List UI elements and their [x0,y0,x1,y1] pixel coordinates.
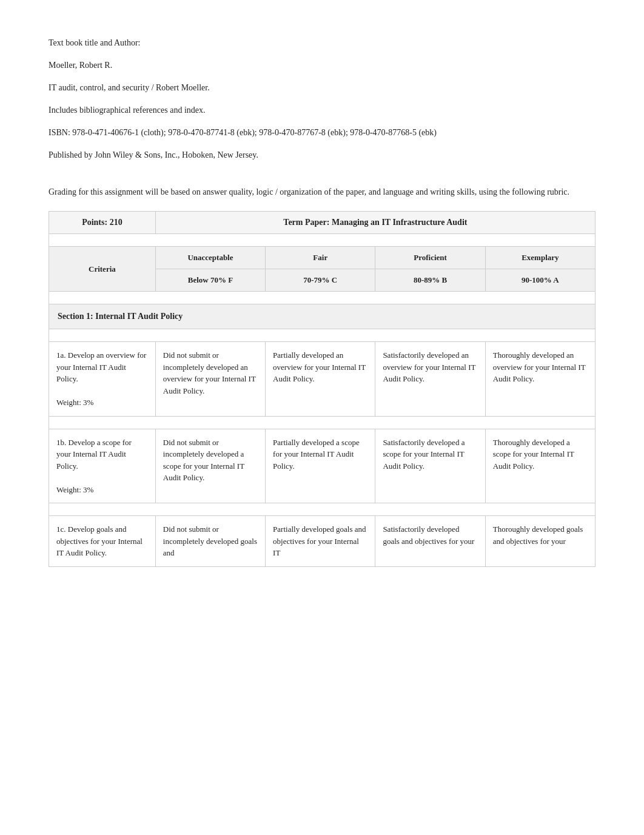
unacceptable-grade: Below 70% F [155,269,265,292]
unacceptable-1a: Did not submit or incompletely developed… [155,342,265,417]
textbook-label: Text book title and Author: [49,36,595,49]
table-row: 1a. Develop an overview for your Interna… [49,342,595,417]
exemplary-1a: Thoroughly developed an overview for you… [485,342,595,417]
includes-text: Includes bibliographical references and … [49,104,595,116]
table-row: 1b. Develop a scope for your Internal IT… [49,429,595,503]
points-cell: Points: 210 [49,212,156,234]
exemplary-1c: Thoroughly developed goals and objective… [485,516,595,567]
unacceptable-header: Unacceptable [155,247,265,269]
spacer-row-4 [49,416,595,429]
spacer-row-5 [49,503,595,516]
author-text: Moeller, Robert R. [49,59,595,72]
spacer-row-2 [49,292,595,304]
rubric-title-cell: Term Paper: Managing an IT Infrastructur… [155,212,595,234]
proficient-1a: Satisfactorily developed an overview for… [375,342,485,417]
section1-header: Section 1: Internal IT Audit Policy [49,304,595,329]
section1-header-row: Section 1: Internal IT Audit Policy [49,304,595,329]
table-row: 1c. Develop goals and objectives for you… [49,516,595,567]
proficient-1b: Satisfactorily developed a scope for you… [375,429,485,503]
criteria-header-row: Criteria Unacceptable Fair Proficient Ex… [49,247,595,269]
criteria-label-cell: Criteria [49,247,156,292]
book-title: IT audit, control, and security / Robert… [49,81,595,94]
unacceptable-1b: Did not submit or incompletely developed… [155,429,265,503]
fair-1c: Partially developed goals and objectives… [266,516,375,567]
exemplary-1b: Thoroughly developed a scope for your In… [485,429,595,503]
criteria-1a: 1a. Develop an overview for your Interna… [49,342,156,417]
proficient-grade: 80-89% B [375,269,485,292]
grading-intro: Grading for this assignment will be base… [49,186,595,199]
isbn-text: ISBN: 978-0-471-40676-1 (cloth); 978-0-4… [49,126,595,139]
exemplary-grade: 90-100% A [485,269,595,292]
fair-grade: 70-79% C [266,269,375,292]
spacer-row-3 [49,329,595,342]
fair-1a: Partially developed an overview for your… [266,342,375,417]
criteria-1b: 1b. Develop a scope for your Internal IT… [49,429,156,503]
fair-1b: Partially developed a scope for your Int… [266,429,375,503]
exemplary-header: Exemplary [485,247,595,269]
spacer-row-1 [49,234,595,247]
proficient-header: Proficient [375,247,485,269]
publisher-text: Published by John Wiley & Sons, Inc., Ho… [49,149,595,161]
unacceptable-1c: Did not submit or incompletely developed… [155,516,265,567]
rubric-table: Points: 210 Term Paper: Managing an IT I… [49,211,595,567]
table-header-row: Points: 210 Term Paper: Managing an IT I… [49,212,595,234]
proficient-1c: Satisfactorily developed goals and objec… [375,516,485,567]
criteria-1c: 1c. Develop goals and objectives for you… [49,516,156,567]
fair-header: Fair [266,247,375,269]
